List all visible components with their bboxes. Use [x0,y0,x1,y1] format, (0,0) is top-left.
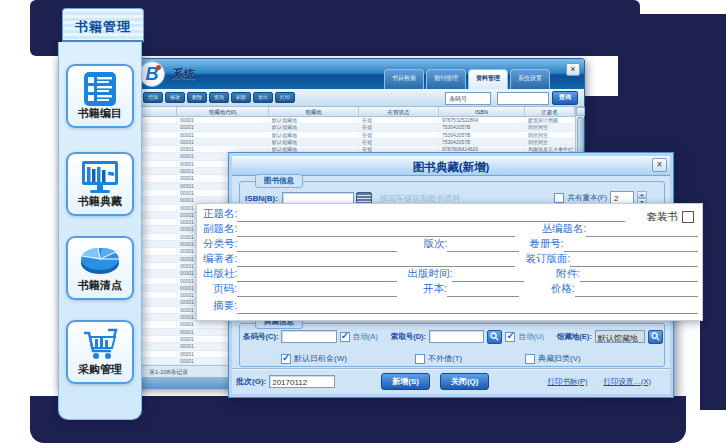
cell-location-code: 00001 [177,117,269,123]
cell-isbn: 753042057B [439,139,525,145]
app-logo-icon: B [139,61,165,87]
publisher-label: 出版社: [203,267,237,282]
pages-field[interactable] [237,285,397,297]
book-info-card: 套装书 正题名: 副题名: 丛编题名: 分类号: 版次: 卷册号: 编著者: [196,203,703,321]
dialog-close-button[interactable]: × [652,158,667,172]
batch-label: 批次(G): [236,376,266,387]
cell-status: 在馆 [359,117,439,123]
default-rent-option[interactable]: 默认日租金(W) [281,353,347,364]
tab-periodicals[interactable]: 期刊管理 [426,69,466,89]
magnifier-icon [651,332,660,341]
cell-location-code: 00001 [177,124,269,130]
scroll-up-arrow[interactable] [576,107,585,116]
default-rent-checkbox[interactable] [281,354,291,364]
cell-isbn: 753042057B [439,124,525,130]
column-header-isbn[interactable]: ISBN [439,107,525,116]
class-label: 分类号: [203,237,237,252]
sidebar-item-label: 书籍编目 [68,107,132,119]
pubdate-label: 出版时间: [407,267,452,282]
auto-callno-label: 自动(U) [518,332,543,342]
default-rent-label: 默认日租金(W) [294,353,347,364]
edition-field[interactable] [447,240,519,252]
toolbar-button[interactable]: 增加 [143,92,163,103]
publisher-field[interactable] [237,270,397,282]
column-header-location[interactable]: 馆藏地 [269,107,359,116]
volume-field[interactable] [564,240,698,252]
column-header-location-code[interactable]: 馆藏地代码 [177,107,269,116]
toolbar-buttons: 增加修改删除查询刷新导出打印 [143,92,295,103]
binding-field[interactable] [570,255,698,267]
toolbar-button[interactable]: 查询 [209,92,229,103]
toolbar-button[interactable]: 删除 [187,92,207,103]
dialog-titlebar[interactable]: 图书典藏(新增) [232,156,670,176]
cart-chart-icon [78,327,122,363]
category-option[interactable]: 典藏归类(V) [525,353,581,364]
window-close-button[interactable]: × [566,63,580,76]
monitor-books-icon [78,159,122,195]
record-count: 第1-208条记录 [149,369,188,375]
title-field[interactable] [237,210,625,222]
category-checkbox[interactable] [525,354,535,364]
auto-barcode-checkbox[interactable] [340,332,350,342]
pubdate-field[interactable] [452,270,524,282]
tab-data-management[interactable]: 资料管理 [468,69,508,89]
cell-title: 四世同堂 [525,132,575,138]
print-setup-link[interactable]: 打印设置…(X) [603,377,651,387]
toolbar-button[interactable]: 刷新 [231,92,251,103]
column-header-title[interactable]: 正题名 [525,107,575,116]
series-field[interactable] [586,225,698,237]
location-search-button[interactable] [648,330,663,344]
class-field[interactable] [237,240,397,252]
module-tabs: 书目检索 期刊管理 资料管理 系统设置 [384,69,550,89]
toolbar-button[interactable]: 导出 [253,92,273,103]
sidebar: 书籍编目 书籍典藏 书籍清点 [58,42,142,420]
cell-location: 默认馆藏地 [269,132,359,138]
sidebar-item-cataloging[interactable]: 书籍编目 [66,64,134,128]
search-button[interactable]: 查询 [552,91,578,105]
volume-label: 卷册号: [529,237,563,252]
callno-label: 索取号(D): [391,332,426,342]
copies-checkbox[interactable] [554,193,564,203]
price-field[interactable] [575,285,698,297]
callno-search-button[interactable] [487,330,502,344]
format-field[interactable] [447,285,519,297]
catalog-list-icon [80,71,120,107]
no-loan-checkbox[interactable] [415,354,425,364]
cell-status: 在馆 [359,124,439,130]
subtitle-field[interactable] [237,225,515,237]
dialog-bottom-bar: 批次(G): 20170112 新增(S) 关闭(Q) 打印书标(P) 打印设置… [232,368,670,394]
attachment-field[interactable] [580,270,698,282]
search-field-select[interactable]: 条码号 [445,92,491,105]
sidebar-item-inventory[interactable]: 书籍清点 [66,236,134,300]
callno-input[interactable] [429,330,484,343]
sidebar-item-collection[interactable]: 书籍典藏 [66,152,134,216]
barcode-input[interactable] [281,330,336,343]
form-row-abstract: 摘要: [203,300,698,314]
search-input[interactable] [497,92,549,105]
location-input[interactable]: 默认馆藏地 [595,330,645,343]
form-row-pages: 页码: 开本: 价格: [203,283,698,297]
category-label: 典藏归类(V) [538,353,581,364]
batch-input[interactable]: 20170112 [269,375,335,388]
scrollbar-thumb[interactable] [577,117,584,157]
price-label: 价格: [551,282,575,297]
isbn-label: ISBN(B): [245,194,278,203]
cell-title: 四世同堂 [525,124,575,130]
tab-catalog-search[interactable]: 书目检索 [384,69,424,89]
tab-system-settings[interactable]: 系统设置 [510,69,550,89]
sidebar-item-purchasing[interactable]: 采购管理 [66,320,134,384]
add-button[interactable]: 新增(S) [381,373,430,390]
column-header-status[interactable]: 在馆状态 [359,107,439,116]
toolbar-button[interactable]: 打印 [275,92,295,103]
form-row-publisher: 出版社: 出版时间: 附件: [203,268,698,282]
no-loan-option[interactable]: 不外借(T) [415,353,462,364]
binding-label: 装订版面: [525,252,570,267]
cell-status: 在馆 [359,132,439,138]
author-field[interactable] [237,255,515,267]
toolbar-button[interactable]: 修改 [165,92,185,103]
form-row-title: 正题名: [203,208,698,222]
print-label-link[interactable]: 打印书标(P) [547,377,587,387]
abstract-field[interactable] [237,302,698,314]
auto-callno-checkbox[interactable] [505,332,515,342]
close-button[interactable]: 关闭(Q) [440,373,490,390]
